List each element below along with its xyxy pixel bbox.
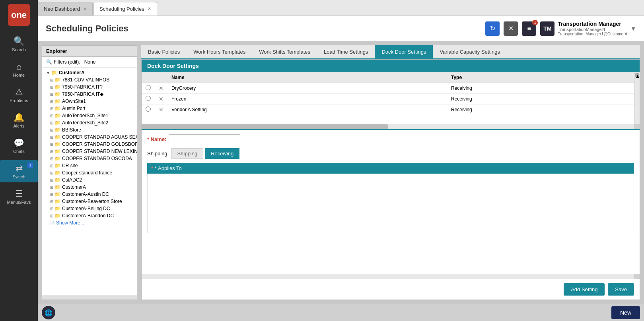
explorer-header: Explorer	[42, 46, 137, 57]
policy-tabs: Basic Policies Work Hours Templates Work…	[141, 45, 640, 59]
sidebar-item-label: Chats	[13, 149, 25, 154]
main-content: Neo Dashboard ✕ Scheduling Policies ✕ Sc…	[38, 0, 644, 321]
switch-icon: ⇄	[16, 163, 23, 174]
app-logo[interactable]: one	[8, 4, 30, 26]
list-item[interactable]: ⊞ 📁 CustomerA-Brandon DC	[42, 212, 137, 219]
list-item[interactable]: ⊞ 📁 7881-CDV VALINHOS	[42, 76, 137, 83]
folder-icon: 📁	[54, 106, 60, 111]
list-item[interactable]: ⊞ 📁 COOPER STANDARD OSCODA	[42, 155, 137, 162]
sidebar-item-label: Search	[12, 47, 26, 52]
tab-variable-capacity-settings[interactable]: Variable Capacity Settings	[433, 45, 507, 58]
globe-icon[interactable]: 🌐	[42, 306, 55, 319]
show-more-link[interactable]: 📄 Show More...	[42, 219, 137, 226]
folder-icon: 📁	[54, 170, 60, 176]
list-item[interactable]: ⊞ 📁 CustomerA	[42, 184, 137, 191]
sidebar-item-label: Problems	[10, 98, 28, 103]
expand-icon: ⊞	[50, 171, 53, 175]
dock-table-scroll[interactable]: Name Type ✕ DryGrocery Rece	[142, 72, 634, 115]
menu-button[interactable]: ≡ 1	[522, 21, 536, 36]
tab-neo-dashboard[interactable]: Neo Dashboard ✕	[38, 2, 93, 15]
table-row[interactable]: ✕ Frozen Receiving	[142, 94, 634, 104]
sidebar-item-menus[interactable]: ☰ Menus/Favs	[0, 186, 38, 208]
list-item[interactable]: ⊞ 📁 AutoTenderSch_Site2	[42, 119, 137, 126]
applies-to-label: * Applies To	[155, 165, 182, 171]
table-row[interactable]: ✕ DryGrocery Receiving	[142, 83, 634, 94]
list-item[interactable]: ⊞ 📁 7950-FABRICA IT?	[42, 83, 137, 91]
list-item[interactable]: ⊞ 📁 CustomerA-Beijing DC	[42, 205, 137, 212]
folder-icon: 📁	[54, 113, 60, 118]
user-details: Transportation Manager TransportationMan…	[558, 21, 627, 36]
row-radio-2[interactable]	[146, 96, 151, 101]
list-item[interactable]: ⊞ 📁 Cooper standard france	[42, 169, 137, 176]
add-setting-button[interactable]: Add Setting	[564, 283, 605, 296]
list-item[interactable]: ⊞ 📁 CustomerA-Austin DC	[42, 191, 137, 198]
delete-icon-1[interactable]: ✕	[159, 85, 163, 91]
sidebar-item-home[interactable]: ⌂ Home	[0, 58, 38, 81]
list-item[interactable]: ⊞ 📁 COOPER STANDARD AGUAS SEALING S…	[42, 133, 137, 141]
save-button[interactable]: Save	[608, 283, 634, 296]
tab-close-scheduling-policies[interactable]: ✕	[148, 6, 151, 12]
delete-icon-2[interactable]: ✕	[159, 96, 163, 102]
user-dropdown-arrow[interactable]: ▼	[630, 25, 636, 32]
tab-close-neo-dashboard[interactable]: ✕	[83, 6, 87, 12]
list-item[interactable]: ⊞ 📁 BBIStore	[42, 126, 137, 133]
name-label: * Name:	[147, 136, 166, 142]
list-item[interactable]: ⊞ 📁 AOwnSite1	[42, 98, 137, 105]
main-panel: Dock Door Settings Name	[141, 59, 640, 300]
table-horizontal-scrollbar[interactable]	[142, 124, 634, 129]
refresh-button[interactable]: ↻	[485, 21, 500, 36]
expand-icon: ⊞	[50, 192, 53, 197]
expand-icon: ⊞	[50, 157, 53, 161]
list-item[interactable]: ⊞ 📁 CustomerA-Beaverton Store	[42, 198, 137, 205]
explorer-filter: 🔍 Filters (edit): None	[42, 57, 137, 68]
tab-basic-policies[interactable]: Basic Policies	[141, 45, 187, 58]
row-radio-1[interactable]	[146, 85, 151, 90]
delete-icon-3[interactable]: ✕	[159, 106, 163, 113]
row-type-1: Receiving	[447, 83, 634, 94]
tab-scheduling-policies[interactable]: Scheduling Policies ✕	[93, 2, 157, 15]
tree-item-label: CR site	[62, 163, 78, 168]
receiving-button[interactable]: Receiving	[205, 148, 239, 159]
tree-item-label: CustomerA-Beaverton Store	[62, 199, 122, 204]
shipping-button[interactable]: Shipping	[171, 148, 204, 159]
dock-door-settings-header: Dock Door Settings	[142, 60, 640, 72]
row-type-2: Receiving	[447, 94, 634, 104]
list-item[interactable]: ⊞ 📁 COOPER STANDARD NEW LEXINGTON…	[42, 148, 137, 155]
folder-icon: 📁	[54, 149, 60, 154]
list-item[interactable]: ⊞ 📁 7950-FABRICA IT◆	[42, 91, 137, 98]
tree-item-root[interactable]: ▼ 📁 CustomerA	[42, 69, 137, 76]
tree-item-label: 7950-FABRICA IT?	[62, 84, 103, 90]
sidebar-item-search[interactable]: 🔍 Search	[0, 33, 38, 55]
col-radio	[142, 72, 155, 83]
table-row[interactable]: ✕ Vendor A Setting Receiving	[142, 104, 634, 115]
user-avatar: TM	[540, 21, 555, 36]
list-item[interactable]: ⊞ 📁 COOPER STANDARD GOLDSBORO	[42, 141, 137, 148]
sidebar-item-alerts[interactable]: 🔔 Alerts	[0, 109, 38, 131]
folder-icon: 📁	[54, 134, 60, 140]
tab-work-shifts-templates[interactable]: Work Shifts Templates	[252, 45, 317, 58]
sidebar-item-problems[interactable]: ⚠ Problems	[0, 84, 38, 106]
expand-icon: ⊞	[50, 164, 53, 168]
home-icon: ⌂	[16, 62, 21, 72]
form-horizontal-scrollbar[interactable]	[142, 274, 634, 279]
table-scroll-up[interactable]: ▲	[635, 73, 639, 77]
close-button[interactable]: ✕	[504, 21, 518, 36]
name-input[interactable]	[169, 134, 240, 144]
row-radio-3[interactable]	[146, 106, 151, 112]
list-item[interactable]: ⊞ 📁 CR site	[42, 162, 137, 169]
sidebar-item-chats[interactable]: 💬 Chats	[0, 135, 38, 157]
list-item[interactable]: ⊞ 📁 Austin Port	[42, 105, 137, 112]
tab-work-hours-templates[interactable]: Work Hours Templates	[187, 45, 252, 58]
tree-item-label: Austin Port	[62, 106, 86, 111]
folder-icon: 📁	[54, 120, 60, 126]
explorer-horizontal-scrollbar[interactable]	[42, 295, 137, 300]
sidebar-item-label: Home	[13, 73, 25, 77]
new-button[interactable]: New	[611, 306, 640, 319]
sidebar-item-switch[interactable]: 1 ⇄ Switch	[0, 160, 38, 182]
folder-icon: 📁	[54, 191, 60, 197]
list-item[interactable]: ⊞ 📁 CstADC2	[42, 176, 137, 184]
list-item[interactable]: ⊞ 📁 AutoTenderSch_Site1	[42, 112, 137, 119]
tab-load-time-settings[interactable]: Load Time Settings	[317, 45, 375, 58]
tab-dock-door-settings[interactable]: Dock Door Settings	[375, 45, 433, 58]
explorer-panel: Explorer 🔍 Filters (edit): None ▼ 📁 Cust…	[42, 45, 137, 300]
